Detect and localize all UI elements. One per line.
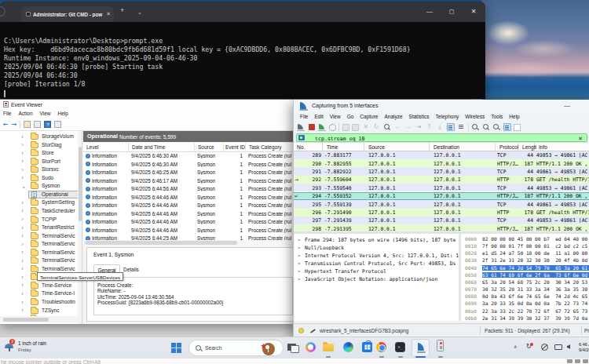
tree-item-storsvc[interactable]: ›Storsvc [0,166,82,174]
go-top-icon[interactable]: ⤒ [426,123,434,131]
tree-expand-icon[interactable]: › [21,224,24,231]
tree-item-time-service[interactable]: ›Time-Service [0,282,82,290]
tree-item-terminalservic[interactable]: ›TerminalServic [0,232,82,241]
scrollbar-thumb[interactable] [85,241,237,245]
store-button[interactable] [362,342,372,352]
colorize-icon[interactable] [457,123,465,131]
reload-icon[interactable]: ↻ [372,123,380,131]
hex-row[interactable]: 00a022 3a 33 2c 22 70 72 6f 67 72 65 73 [461,308,589,315]
zoom-out-icon[interactable] [482,123,490,131]
column-header-task-category[interactable]: Task Category [246,143,297,152]
terminal-output[interactable]: C:\Users\Administrator\Desktop>prompt.ex… [4,37,411,89]
terminal-minimize-button[interactable]: — [419,5,440,19]
menu-file[interactable]: File [300,114,308,119]
packet-row-291[interactable]: 291-7.882922127.0.0.1127.0.0.1TCP4449861… [294,167,589,175]
expand-icon[interactable]: > [298,268,301,274]
tray-volume-icon[interactable] [567,344,570,349]
column-header-source[interactable]: Source [195,143,224,152]
expand-icon[interactable]: > [298,245,301,250]
tree-expand-icon[interactable]: ⌄ [21,183,27,190]
chrome-button[interactable] [376,342,386,352]
wireshark-minimize-button[interactable]: — [564,102,570,109]
tree-item-storagevolum[interactable]: ›StorageVolum [0,133,82,141]
wireshark-titlebar[interactable]: Capturing from 5 interfaces — [294,100,589,113]
create-view-icon[interactable] [34,121,41,128]
weather-widget[interactable]: 3 1 inch of rain Friday [3,339,105,357]
tree-expand-icon[interactable]: › [21,158,24,165]
tree-expand-icon[interactable]: › [21,257,24,264]
expand-icon[interactable]: > [298,260,301,266]
tree-item-storport[interactable]: ›StorPort [0,158,82,166]
tray-overflow-icon[interactable]: ∧ [514,344,517,349]
go-bottom-icon[interactable]: ⤓ [436,123,444,131]
menu-file[interactable]: File [3,111,11,116]
tree-expand-icon[interactable]: › [21,274,24,281]
tree-expand-icon[interactable]: › [21,282,24,289]
hex-row[interactable]: 00b02e 31 34 39 39 30 32 37 39 39 7d 0a [461,315,589,321]
detail-tree-item[interactable]: >Frame 294: 187 bytes on wire (1496 bits… [294,236,459,244]
menu-statistics[interactable]: Statistics [409,114,430,119]
go-back-icon[interactable]: ← [393,123,401,131]
tree-expand-icon[interactable]: › [21,150,24,157]
menu-view[interactable]: View [330,114,341,119]
packet-bytes-pane[interactable]: 000002 00 00 00 45 00 00 b7 ed 04 40 000… [461,234,589,321]
tree-item-taskscheduler[interactable]: ›TaskScheduler [0,207,82,216]
hex-row[interactable]: 007030 32 35 20 31 33 3a 34 36 3a 35 30 [461,286,589,293]
terminal-titlebar[interactable]: Administrator: Git CMD - pow ✕ + ⌄ — ▢ ✕ [0,2,485,22]
tree-item-sudo[interactable]: ›Sudo [0,174,82,183]
packet-row-297[interactable]: 297-7.291439127.0.0.1127.0.0.1TCP4449853… [294,217,589,224]
file-explorer-button[interactable] [323,344,334,351]
forward-icon[interactable]: → [12,122,17,128]
edge-button[interactable] [343,342,353,352]
back-icon[interactable]: ← [3,122,9,128]
packet-row-295[interactable]: 295-7.559139127.0.0.1127.0.0.1TCP4449861… [294,200,589,208]
packet-row-293[interactable]: 293-7.559540127.0.0.1127.0.0.1TCP4449853… [294,184,589,191]
column-header-date-and-time[interactable]: Date and Time [129,143,195,152]
event-table-hscrollbar[interactable] [83,240,297,246]
packet-row-292[interactable]: →292-7.559604127.0.0.1127.0.0.1HTTP178GE… [294,176,589,184]
device-app-button[interactable] [437,340,444,351]
tree-vscrollbar[interactable] [78,131,82,324]
tree-hscrollbar[interactable] [0,316,79,322]
scrollbar-thumb[interactable] [3,318,49,322]
hex-row[interactable]: 006065 3a 20 54 68 75 2c 20 30 34 20 53 [461,278,589,286]
menu-action[interactable]: Action [18,111,32,116]
packet-row-296[interactable]: 296-7.291490127.0.0.1127.0.0.1HTTP178GET… [294,208,589,216]
packet-row-294[interactable]: ↵294-7.559352127.0.0.1127.0.0.1HTTP/J…18… [294,192,589,200]
tree-expand-icon[interactable]: › [21,307,24,314]
expert-info-icon[interactable] [298,328,304,333]
capture-comment-icon[interactable] [309,328,316,333]
find-packet-icon[interactable] [383,123,391,131]
task-view-button[interactable] [287,342,298,353]
hex-row[interactable]: 005063 61 74 69 6f 6e 2f 6a 73 6f 6e 0d [461,271,589,278]
hex-row[interactable]: 000002 00 00 00 45 00 00 b7 ed 04 40 00 [461,235,589,242]
event-table-rows[interactable]: iInformation9/4/2025 6:46:30 AMSysmon1Pr… [83,152,297,240]
tree-expand-icon[interactable]: › [21,174,24,181]
close-file-icon[interactable]: ✕ [362,123,370,131]
tree-expand-icon[interactable]: › [21,166,24,173]
event-detail-text[interactable]: Process Create:RuleName: -UtcTime: 2025-… [93,277,293,315]
menu-tools[interactable]: Tools [491,114,503,119]
event-row[interactable]: iInformation9/4/2025 6:44:46 AMSysmon1Pr… [83,218,297,227]
tree-item-terminalservic[interactable]: ›TerminalServic [0,257,82,265]
tree-item-tenantrestrict[interactable]: ›TenantRestrict [0,224,82,232]
tree-item-terminalservic[interactable]: ›TerminalServic [0,249,82,257]
zoom-reset-icon[interactable] [492,123,500,131]
terminal-maximize-button[interactable]: ▢ [441,5,462,19]
tree-expand-icon[interactable]: › [21,141,24,148]
column-header-level[interactable]: Level [83,143,129,152]
menu-analyze[interactable]: Analyze [384,114,402,119]
tree-expand-icon[interactable]: › [21,207,24,214]
terminal-tab[interactable]: Administrator: Git CMD - pow ✕ [21,6,114,22]
terminal-button[interactable]: >_ [395,342,405,352]
terminal-tab-dropdown-icon[interactable]: ⌄ [137,9,142,16]
terminal-close-button[interactable]: ✕ [463,5,484,19]
capture-interfaces-icon[interactable] [297,123,305,131]
console-icon[interactable] [54,121,61,128]
tree-expand-icon[interactable]: › [21,216,24,223]
column-header-event-id[interactable]: Event ID [224,143,246,152]
detail-tree-item[interactable]: >JavaScript Object Notation: application… [294,275,459,283]
menu-help[interactable]: Help [58,111,68,116]
resize-columns-icon[interactable] [503,123,511,131]
menu-edit[interactable]: Edit [314,114,323,119]
